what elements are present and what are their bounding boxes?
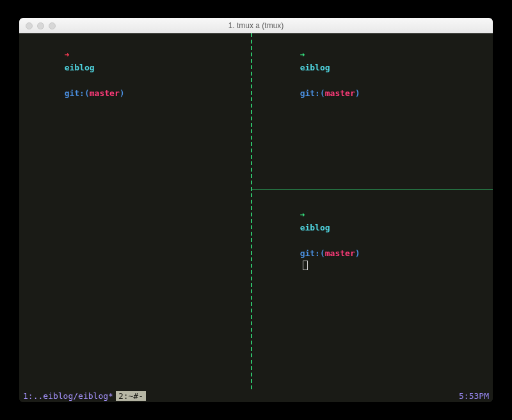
prompt-line: ➜ eiblog git:(master) bbox=[24, 36, 246, 113]
arrow-icon: ➜ bbox=[300, 210, 310, 220]
close-icon[interactable] bbox=[26, 22, 33, 29]
prompt-branch: master bbox=[325, 248, 355, 258]
prompt-dir: eiblog bbox=[65, 63, 95, 72]
prompt-git-label: git:( bbox=[300, 248, 325, 258]
tmux-status-bar[interactable]: 1:..eiblog/eiblog* 2:~#- 5:53PM bbox=[19, 389, 493, 402]
status-left: 1:..eiblog/eiblog* 2:~#- bbox=[23, 391, 146, 401]
traffic-lights bbox=[19, 22, 56, 29]
tmux-pane-top-right[interactable]: ➜ eiblog git:(master) bbox=[253, 33, 493, 190]
prompt-git-label: git:( bbox=[300, 88, 325, 98]
tmux-window-2[interactable]: 2:~#- bbox=[116, 391, 146, 401]
window-title: 1. tmux a (tmux) bbox=[19, 21, 493, 30]
arrow-icon: ➜ bbox=[65, 50, 75, 60]
terminal-body[interactable]: ➜ eiblog git:(master) ➜ eiblog git:(mast… bbox=[19, 33, 493, 402]
prompt-branch: master bbox=[90, 88, 120, 98]
prompt-branch: master bbox=[325, 88, 355, 98]
prompt-close: ) bbox=[355, 248, 360, 258]
tmux-pane-bottom-right[interactable]: ➜ eiblog git:(master) bbox=[253, 193, 493, 389]
tmux-window-1[interactable]: 1:..eiblog/eiblog* bbox=[23, 391, 113, 401]
prompt-line: ➜ eiblog git:(master) bbox=[260, 196, 488, 286]
arrow-icon: ➜ bbox=[300, 50, 310, 60]
prompt-line: ➜ eiblog git:(master) bbox=[260, 36, 488, 113]
prompt-close: ) bbox=[355, 88, 360, 98]
cursor-icon bbox=[303, 261, 308, 270]
prompt-close: ) bbox=[120, 88, 125, 98]
prompt-dir: eiblog bbox=[300, 223, 330, 232]
pane-divider-vertical[interactable] bbox=[251, 33, 252, 389]
titlebar[interactable]: 1. tmux a (tmux) bbox=[19, 18, 493, 33]
status-clock: 5:53PM bbox=[459, 391, 489, 401]
tmux-pane-left[interactable]: ➜ eiblog git:(master) bbox=[19, 33, 251, 389]
prompt-git-label: git:( bbox=[65, 88, 90, 98]
pane-divider-horizontal[interactable] bbox=[252, 190, 493, 190]
terminal-window: 1. tmux a (tmux) ➜ eiblog git:(master) ➜… bbox=[19, 18, 493, 402]
prompt-dir: eiblog bbox=[300, 63, 330, 72]
zoom-icon[interactable] bbox=[49, 22, 56, 29]
minimize-icon[interactable] bbox=[37, 22, 44, 29]
